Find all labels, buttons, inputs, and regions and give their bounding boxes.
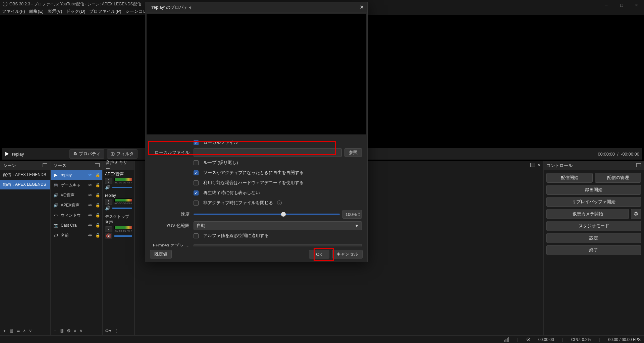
volume-slider[interactable] [112,187,132,188]
exit-button[interactable]: 終了 [546,245,641,255]
popout-icon[interactable] [637,164,641,167]
chevron-down-icon[interactable]: ▼ [358,214,360,217]
help-icon[interactable]: ? [277,201,282,205]
visibility-off-icon[interactable]: 👁 [88,193,93,197]
maximize-button[interactable]: ▢ [614,0,629,10]
lock-icon[interactable]: 🔓 [95,233,100,238]
local-file-input[interactable] [194,148,342,157]
speaker-icon[interactable]: 🔊 [105,185,110,190]
cpu-usage: CPU: 0.2% [571,337,591,342]
fps: 60.00 / 60.00 FPS [608,337,641,342]
visibility-off-icon[interactable]: 👁 [88,203,93,208]
menu-view[interactable]: 表示(V) [48,8,62,14]
source-item[interactable]: 📷 Cast Cra 👁 🔓 [51,220,102,230]
studio-mode-button[interactable]: スタジオモード [546,221,641,231]
virtual-camera-settings-button[interactable] [631,209,641,219]
alpha-linear-checkbox[interactable] [194,233,199,238]
close-inactive-checkbox[interactable] [194,201,199,206]
scene-item[interactable]: 配信：APEX LEGENDS [0,170,50,180]
loop-checkbox[interactable] [194,160,199,165]
dialog-preview-area[interactable] [147,14,366,134]
speed-label: 速度 [151,211,194,217]
volume-slider[interactable] [112,208,132,209]
scene-item[interactable]: 録画：APEX LEGENDS [0,180,50,189]
window-icon: ▭ [53,213,59,218]
properties-button[interactable]: プロパティ [69,149,104,159]
menu-profile[interactable]: プロファイル(P) [89,8,121,14]
visibility-off-icon[interactable]: 👁 [88,213,93,218]
browse-button[interactable]: 参照 [344,148,362,157]
lock-icon[interactable]: 🔓 [95,173,100,177]
remove-scene-button[interactable]: 🗑 [9,328,14,333]
menu-dock[interactable]: ドック(D) [66,8,85,14]
hw-decode-checkbox[interactable] [194,180,199,185]
lock-icon[interactable]: 🔓 [95,193,100,197]
source-up-button[interactable]: ∧ [73,328,77,333]
close-button[interactable]: ✕ [629,0,644,10]
popout-icon[interactable] [43,164,47,167]
remove-source-button[interactable]: 🗑 [60,328,64,333]
sources-dock: ソース ▶ replay 👁 🔓 🎮 ゲームキャ 👁 🔓 🔊 VC音声 👁 🔓 [50,161,103,336]
speed-slider[interactable] [194,214,340,215]
source-item[interactable]: 🔊 APEX音声 👁 🔓 [51,200,102,210]
scenes-header: シーン [0,161,50,170]
defaults-button[interactable]: 既定値 [150,250,172,259]
resume-on-active-checkbox[interactable] [194,170,199,175]
add-scene-button[interactable]: ＋ [2,328,7,334]
source-item[interactable]: ▭ ウィンドウ 👁 🔓 [51,210,102,220]
visibility-off-icon[interactable]: 👁 [88,183,93,187]
visibility-icon[interactable]: 👁 [88,173,93,177]
volume-slider[interactable] [114,235,132,237]
scene-down-button[interactable]: ∨ [29,328,32,333]
popout-icon[interactable] [531,164,535,167]
scene-filter-button[interactable]: ≣ [16,328,20,333]
controls-dock: コントロール 配信開始 配信の管理 録画開始 リプレイバッファ開始 仮想カメラ開… [543,161,644,336]
minimize-button[interactable]: ─ [599,0,614,10]
virtual-camera-button[interactable]: 仮想カメラ開始 [546,209,629,219]
mixer-settings-button[interactable]: ⚙▾ [105,328,111,333]
start-streaming-button[interactable]: 配信開始 [546,173,593,183]
track-menu-button[interactable]: ⋮ [105,199,112,205]
filter-button[interactable]: フィルタ [107,149,138,159]
statusbar: | ⦿ 00:00:00 | CPU: 0.2% | 60.00 / 60.00… [0,336,644,343]
source-properties-button[interactable]: ⚙ [67,328,71,333]
lock-icon[interactable]: 🔓 [95,183,100,187]
dialog-close-button[interactable]: ✕ [360,4,364,10]
visibility-off-icon[interactable]: 👁 [88,233,93,238]
camera-icon: 📷 [53,223,59,228]
manage-stream-button[interactable]: 配信の管理 [595,173,641,183]
mixer-menu-button[interactable]: ⋮ [114,328,118,333]
lock-icon[interactable]: 🔓 [95,203,100,208]
speaker-muted-icon[interactable]: 🔇 [105,233,112,239]
speed-spinbox[interactable]: 100% ▲▼ [342,210,362,219]
source-item[interactable]: 🏷 名前 👁 🔓 [51,230,102,240]
lock-icon[interactable]: 🔓 [95,223,100,228]
replay-buffer-button[interactable]: リプレイバッファ開始 [546,197,641,207]
menu-edit[interactable]: 編集(E) [29,8,44,14]
cancel-button[interactable]: キャンセル [332,250,363,259]
yuv-range-select[interactable]: 自動 ▼ [194,221,362,230]
hide-on-end-checkbox[interactable] [194,190,199,195]
chevron-up-icon[interactable]: ▲ [358,212,360,214]
close-dock-button[interactable]: × [538,163,540,168]
add-source-button[interactable]: ＋ [53,328,57,334]
audio-meter [114,226,132,229]
lock-icon[interactable]: 🔓 [95,213,100,218]
ffmpeg-options-input[interactable] [194,244,362,246]
popout-icon[interactable] [96,164,100,167]
ok-button[interactable]: OK [309,250,329,259]
track-menu-button[interactable]: ⋮ [105,226,112,232]
track-menu-button[interactable]: ⋮ [105,178,112,184]
menu-file[interactable]: ファイル(F) [2,8,25,14]
play-icon[interactable] [5,152,9,156]
source-down-button[interactable]: ∨ [79,328,83,333]
settings-button[interactable]: 設定 [546,233,641,243]
visibility-off-icon[interactable]: 👁 [88,223,93,228]
speaker-icon[interactable]: 🔊 [105,206,110,211]
start-recording-button[interactable]: 録画開始 [546,185,641,195]
local-file-checkbox[interactable] [194,140,199,145]
source-item[interactable]: 🔊 VC音声 👁 🔓 [51,190,102,200]
source-item[interactable]: 🎮 ゲームキャ 👁 🔓 [51,180,102,190]
scene-up-button[interactable]: ∧ [23,328,26,333]
source-item[interactable]: ▶ replay 👁 🔓 [51,170,102,180]
